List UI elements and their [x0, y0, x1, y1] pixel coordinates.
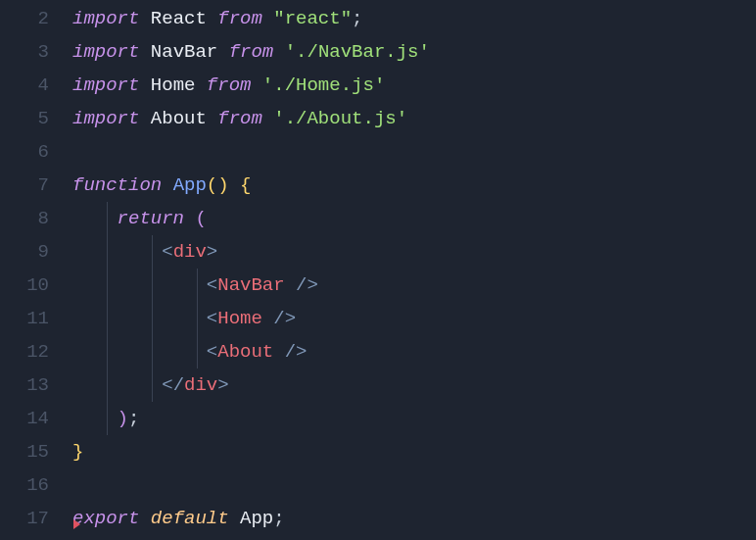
line-number: 12 — [0, 335, 49, 368]
code-line[interactable]: import Home from './Home.js' — [72, 69, 756, 102]
brace-close: } — [72, 441, 83, 463]
line-number: 8 — [0, 202, 49, 235]
semicolon: ; — [352, 8, 362, 29]
tag-slash: / — [273, 308, 284, 329]
code-line[interactable]: export default App; — [72, 502, 756, 535]
line-number: 7 — [0, 169, 49, 202]
keyword-function: function — [72, 174, 162, 196]
code-line[interactable]: ); — [72, 402, 756, 435]
line-number: 6 — [0, 135, 49, 169]
tag-open: < — [162, 374, 172, 396]
line-number: 14 — [0, 402, 49, 435]
line-number: 10 — [0, 269, 49, 302]
line-number-gutter: 2 3 4 5 6 7 8 9 10 11 12 13 14 15 16 17 — [0, 2, 72, 535]
ident-app: App — [240, 508, 273, 529]
keyword-import: import — [72, 108, 139, 129]
line-number: 17 — [0, 502, 49, 535]
line-number: 13 — [0, 368, 49, 402]
ident-react: React — [151, 8, 207, 29]
tag-close: > — [307, 274, 317, 296]
keyword-import: import — [72, 74, 139, 96]
paren-open: ( — [207, 174, 217, 196]
paren-close: ) — [118, 408, 128, 429]
code-line[interactable]: <div> — [72, 235, 756, 269]
tag-slash: / — [173, 374, 184, 396]
tag-navbar: NavBar — [217, 274, 284, 296]
line-number: 9 — [0, 235, 49, 269]
code-line[interactable]: import About from './About.js' — [72, 102, 756, 135]
line-number: 3 — [0, 35, 49, 69]
keyword-from: from — [217, 8, 262, 29]
tag-close: > — [207, 241, 217, 263]
string-literal: './About.js' — [273, 108, 407, 129]
tag-home: Home — [217, 308, 262, 329]
ident-about: About — [151, 108, 207, 129]
code-line[interactable]: import React from "react"; — [72, 2, 756, 35]
line-number: 5 — [0, 102, 49, 135]
line-number: 15 — [0, 435, 49, 468]
string-literal: './Home.js' — [262, 74, 385, 96]
keyword-import: import — [72, 41, 139, 63]
code-area[interactable]: import React from "react"; import NavBar… — [72, 2, 756, 535]
keyword-from: from — [217, 108, 262, 129]
code-line[interactable]: } — [72, 435, 756, 468]
semicolon: ; — [128, 408, 139, 429]
keyword-default: default — [151, 508, 229, 529]
keyword-return: return — [118, 208, 184, 229]
ident-navbar: NavBar — [151, 41, 217, 63]
line-number: 11 — [0, 302, 49, 335]
code-line[interactable] — [72, 135, 756, 169]
function-name: App — [173, 174, 207, 196]
fold-marker-icon[interactable] — [73, 519, 80, 529]
string-literal: './NavBar.js' — [285, 41, 430, 63]
tag-open: < — [207, 274, 217, 296]
code-line[interactable]: <Home /> — [72, 302, 756, 335]
semicolon: ; — [273, 508, 284, 529]
line-number: 4 — [0, 69, 49, 102]
code-line[interactable]: <About /> — [72, 335, 756, 368]
code-line[interactable]: <NavBar /> — [72, 269, 756, 302]
brace-open: { — [240, 174, 251, 196]
code-line[interactable]: return ( — [72, 202, 756, 235]
keyword-export: export — [72, 508, 139, 529]
tag-about: About — [217, 341, 273, 363]
ident-home: Home — [151, 74, 196, 96]
tag-close: > — [296, 341, 307, 363]
paren-open: ( — [195, 208, 206, 229]
code-line[interactable]: import NavBar from './NavBar.js' — [72, 35, 756, 69]
tag-slash: / — [285, 341, 296, 363]
code-line[interactable]: function App() { — [72, 169, 756, 202]
string-literal: "react" — [273, 8, 352, 29]
paren-close: ) — [217, 174, 228, 196]
tag-slash: / — [296, 274, 307, 296]
tag-open: < — [207, 308, 217, 329]
tag-close: > — [285, 308, 296, 329]
code-editor[interactable]: 2 3 4 5 6 7 8 9 10 11 12 13 14 15 16 17 … — [0, 0, 756, 535]
code-line[interactable] — [72, 468, 756, 502]
tag-open: < — [207, 341, 217, 363]
tag-close: > — [217, 374, 228, 396]
keyword-from: from — [207, 74, 252, 96]
line-number: 2 — [0, 2, 49, 35]
tag-open: < — [162, 241, 172, 263]
line-number: 16 — [0, 468, 49, 502]
code-line[interactable]: </div> — [72, 368, 756, 402]
tag-div: div — [173, 241, 207, 263]
keyword-from: from — [229, 41, 274, 63]
keyword-import: import — [72, 8, 139, 29]
tag-div: div — [184, 374, 217, 396]
